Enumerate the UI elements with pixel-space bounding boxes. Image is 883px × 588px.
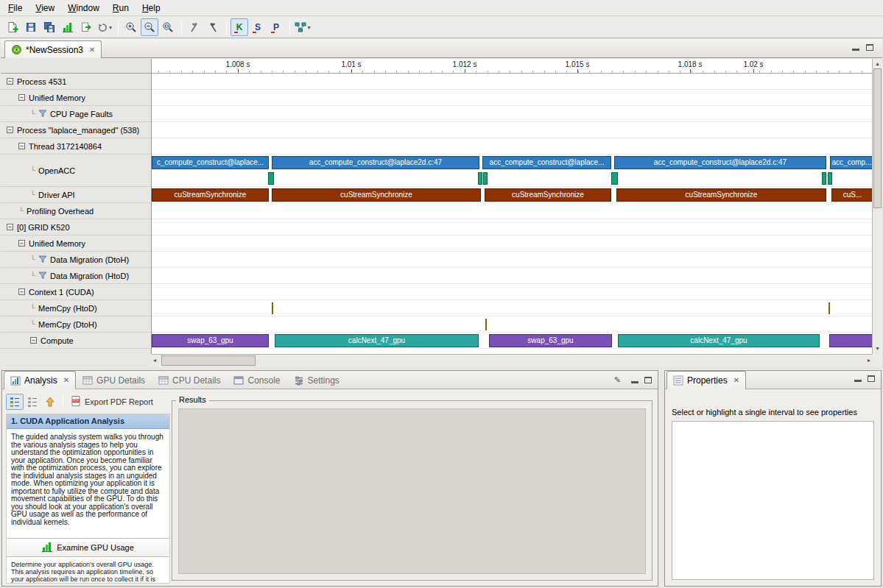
scroll-up-icon[interactable]: ▴	[873, 60, 882, 68]
openacc-interval[interactable]: acc_comp...	[830, 156, 872, 169]
kernel-toggle-button[interactable]: K	[231, 18, 248, 36]
openacc-interval[interactable]: c_compute_construct@laplace...	[152, 156, 269, 169]
menu-run[interactable]: Run	[106, 1, 136, 15]
timeline-row-label[interactable]: └MemCpy (DtoH)	[1, 316, 151, 333]
openacc-marker[interactable]	[483, 172, 488, 185]
openacc-marker[interactable]	[828, 172, 832, 185]
minimize-icon[interactable]	[852, 44, 859, 51]
timeline-row-label[interactable]: └Data Migration (HtoD)	[1, 268, 151, 284]
process-toggle-button[interactable]: P	[267, 18, 285, 36]
unguided-analysis-icon[interactable]	[24, 394, 41, 410]
export-icon[interactable]	[77, 18, 95, 36]
menu-window[interactable]: Window	[61, 1, 106, 15]
openacc-interval[interactable]: acc_compute_construct@laplace2d.c:47	[272, 156, 479, 169]
collapse-toggle[interactable]: −	[30, 337, 37, 344]
close-icon[interactable]: ✕	[63, 376, 69, 384]
guided-analysis-icon[interactable]	[6, 394, 24, 410]
compute-interval[interactable]: swap_63_gpu	[489, 334, 612, 347]
scrollbar-thumb[interactable]	[873, 68, 882, 208]
timeline-row-label[interactable]: −Thread 3172140864	[1, 138, 151, 155]
save-all-icon[interactable]	[41, 18, 58, 36]
menu-help[interactable]: Help	[136, 1, 167, 15]
compute-interval[interactable]: calcNext_47_gpu	[275, 334, 479, 347]
collapse-toggle[interactable]: −	[7, 78, 13, 85]
scroll-left-icon[interactable]: ◂	[153, 356, 156, 365]
collapse-toggle[interactable]: −	[18, 288, 25, 295]
collapse-toggle[interactable]: −	[18, 94, 25, 101]
timeline-row-label[interactable]: └Driver API	[1, 187, 151, 203]
memcpy-tick[interactable]	[485, 319, 487, 330]
driver-api-interval[interactable]: cuStreamSynchronize	[152, 188, 269, 202]
menu-file[interactable]: File	[1, 1, 29, 15]
export-pdf-button[interactable]: PDF Export PDF Report	[67, 394, 156, 410]
scroll-down-icon[interactable]: ▾	[873, 344, 882, 353]
tab-settings[interactable]: Settings	[287, 371, 346, 389]
save-session-icon[interactable]	[22, 18, 40, 36]
timeline-row-label[interactable]: −Process 4531	[1, 74, 151, 90]
collapse-toggle[interactable]: −	[18, 143, 25, 149]
openacc-interval[interactable]: acc_compute_construct@laplace2d.c:47	[614, 156, 826, 169]
up-level-icon[interactable]	[41, 394, 59, 410]
openacc-marker[interactable]	[611, 172, 618, 185]
openacc-marker[interactable]	[268, 172, 274, 185]
menu-view[interactable]: View	[29, 1, 61, 15]
session-tab[interactable]: *NewSession3 ✕	[4, 40, 102, 58]
timeline-row-label[interactable]: └CPU Page Faults	[1, 106, 151, 122]
new-session-icon[interactable]	[4, 18, 21, 36]
zoom-in-icon[interactable]	[122, 18, 140, 36]
filter-icon[interactable]	[38, 272, 47, 280]
collapse-toggle[interactable]: −	[18, 240, 25, 247]
timeline-row-label[interactable]: −Compute	[1, 333, 151, 349]
timeline-row-label[interactable]: −Process "laplace_managed" (538)	[1, 122, 151, 138]
timeline-row-label[interactable]: −Context 1 (CUDA)	[1, 284, 151, 300]
driver-api-interval[interactable]: cuStreamSynchronize	[616, 188, 826, 202]
timeline-row-label[interactable]: −[0] GRID K520	[1, 219, 151, 235]
analysis-dropdown-icon[interactable]: ▾	[294, 18, 312, 36]
stream-toggle-button[interactable]: S	[249, 18, 267, 36]
close-icon[interactable]: ✕	[89, 46, 95, 54]
zoom-fit-icon[interactable]	[159, 18, 177, 36]
timeline-row-label[interactable]: └OpenACC	[1, 155, 151, 187]
next-marker-icon[interactable]	[186, 18, 203, 36]
timeline-chart-icon[interactable]	[59, 18, 77, 36]
compute-interval[interactable]: swap_63_gpu	[152, 334, 269, 347]
minimize-icon[interactable]	[854, 375, 862, 382]
timeline-row-label[interactable]: −Unified Memory	[1, 90, 151, 106]
driver-api-interval[interactable]: cuS...	[831, 188, 872, 202]
scrollbar-thumb[interactable]	[161, 355, 256, 366]
timeline-row-label[interactable]: └MemCpy (HtoD)	[1, 300, 151, 316]
timeline-row-label[interactable]: └Data Migration (DtoH)	[1, 252, 151, 268]
view-menu-icon[interactable]: ✎	[614, 375, 621, 385]
collapse-toggle[interactable]: −	[7, 224, 13, 230]
close-icon[interactable]: ✕	[734, 376, 739, 384]
examine-gpu-usage-button[interactable]: Examine GPU Usage	[7, 538, 169, 557]
zoom-out-icon[interactable]	[141, 18, 158, 36]
timeline-row-label[interactable]: └Profiling Overhead	[1, 203, 151, 219]
timeline-row-label[interactable]: −Unified Memory	[1, 235, 151, 252]
openacc-interval[interactable]: acc_compute_construct@laplace...	[482, 156, 611, 169]
tab-properties[interactable]: Properties ✕	[666, 371, 746, 389]
scroll-right-icon[interactable]: ▸	[868, 356, 870, 365]
tab-analysis[interactable]: Analysis✕	[4, 371, 76, 389]
tab-gpu-details[interactable]: GPU Details	[76, 371, 152, 389]
memcpy-tick[interactable]	[829, 302, 830, 314]
maximize-icon[interactable]	[866, 44, 873, 51]
filter-icon[interactable]	[38, 255, 47, 263]
collapse-toggle[interactable]: −	[7, 127, 13, 133]
driver-api-interval[interactable]: cuStreamSynchronize	[272, 188, 481, 202]
vertical-scrollbar[interactable]: ▴ ▾	[872, 59, 882, 354]
driver-api-interval[interactable]: cuStreamSynchronize	[485, 188, 611, 202]
maximize-icon[interactable]	[868, 375, 875, 382]
horizontal-scrollbar[interactable]: ◂ ▸	[152, 354, 872, 366]
openacc-marker[interactable]	[822, 172, 826, 185]
memcpy-tick[interactable]	[272, 302, 273, 314]
maximize-icon[interactable]	[644, 377, 652, 383]
compute-interval[interactable]	[829, 334, 872, 347]
minimize-icon[interactable]	[631, 377, 638, 383]
filter-icon[interactable]	[38, 110, 47, 118]
openacc-marker[interactable]	[478, 172, 482, 185]
tab-cpu-details[interactable]: CPU Details	[152, 371, 227, 389]
refresh-dropdown-icon[interactable]: ▾	[96, 18, 113, 36]
compute-interval[interactable]: calcNext_47_gpu	[618, 334, 820, 347]
prev-marker-icon[interactable]	[204, 18, 222, 36]
